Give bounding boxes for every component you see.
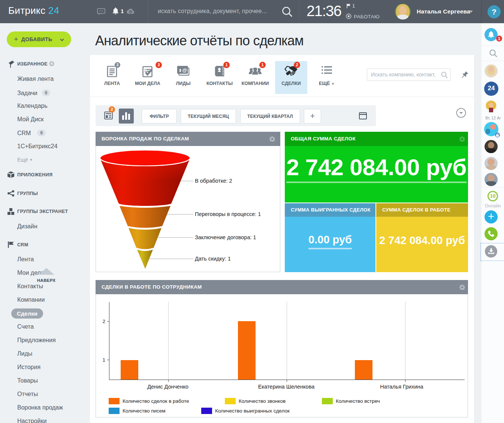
svg-text:Количество звонков: Количество звонков xyxy=(239,398,286,404)
svg-text:В обработке: 2: В обработке: 2 xyxy=(195,178,232,184)
svg-text:Количество сделок в работе: Количество сделок в работе xyxy=(123,398,189,404)
svg-text:Екатерина Шеленкова: Екатерина Шеленкова xyxy=(258,384,315,390)
svg-text:Заключение договора: 1: Заключение договора: 1 xyxy=(195,234,256,240)
svg-text:Количество выигранных сделок: Количество выигранных сделок xyxy=(215,408,290,414)
svg-text:Денис Донченко: Денис Донченко xyxy=(147,384,188,390)
svg-text:@: @ xyxy=(182,67,187,73)
svg-text:Количество встреч: Количество встреч xyxy=(336,398,380,404)
svg-text:Дать скидку: 1: Дать скидку: 1 xyxy=(195,256,231,262)
svg-text:2: 2 xyxy=(102,319,105,324)
svg-text:Количество писем: Количество писем xyxy=(123,408,166,414)
svg-text:1: 1 xyxy=(102,357,105,363)
svg-text:Переговоры в процессе: 1: Переговоры в процессе: 1 xyxy=(195,211,261,217)
svg-text:Наталья Грихина: Наталья Грихина xyxy=(380,384,423,390)
